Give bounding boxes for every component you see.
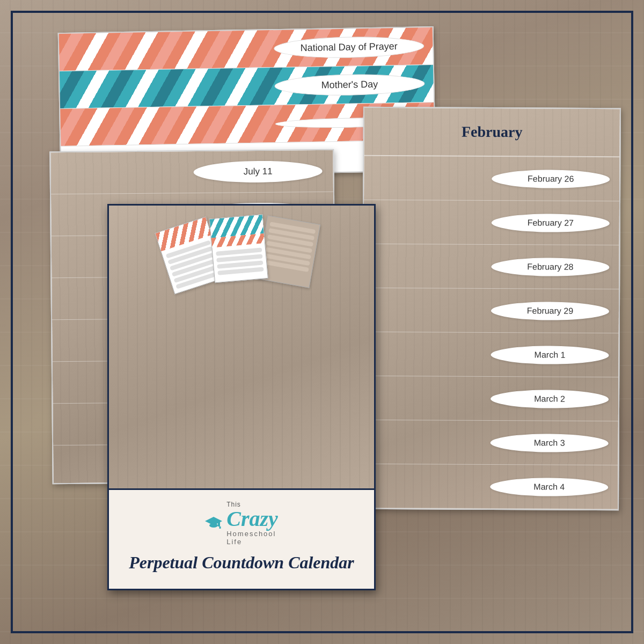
cover-card: This Crazy Homeschool Life Perpetual Cou… (107, 204, 376, 590)
date-row-feb26: February 26 (364, 156, 619, 201)
brand-homeschool-text: Homeschool (226, 530, 276, 538)
date-row-feb29: February 29 (363, 288, 619, 333)
date-mar4: March 4 (490, 477, 608, 496)
holiday-label-2: Mother's Day (274, 73, 425, 97)
date-feb27: February 27 (492, 214, 610, 232)
cover-bottom-section: This Crazy Homeschool Life Perpetual Cou… (109, 488, 374, 589)
holiday-row-1: National Day of Prayer (59, 27, 433, 71)
background: National Day of Prayer Mother's Day July… (0, 0, 644, 644)
brand-text-group: This Crazy Homeschool Life (226, 501, 278, 546)
dates-card: February February 26 February 27 Februar… (361, 107, 621, 511)
date-mar2: March 2 (491, 389, 609, 408)
mini-cards-preview (178, 222, 305, 286)
date-feb26: February 26 (492, 170, 610, 188)
holiday-label-1: National Day of Prayer (274, 35, 425, 59)
mini-card-3-lines (259, 216, 320, 277)
date-row-mar4: March 4 (362, 464, 618, 509)
date-mar3: March 3 (491, 433, 609, 452)
brand-crazy-text: Crazy (226, 508, 278, 530)
july-date-1: July 11 (193, 160, 322, 182)
date-mar1: March 1 (491, 345, 609, 364)
date-row-mar2: March 2 (363, 376, 618, 421)
july-date-row-1: July 11 (50, 150, 333, 195)
date-feb28: February 28 (491, 258, 609, 276)
date-row-mar3: March 3 (362, 420, 618, 465)
mini-card-2-lines (212, 243, 267, 280)
date-row-feb28: February 28 (363, 244, 619, 289)
brand-life-text: Life (226, 538, 242, 546)
svg-rect-1 (218, 521, 220, 526)
dates-card-header: February (364, 108, 619, 157)
holiday-row-2: Mother's Day (60, 65, 434, 109)
brand-logo: This Crazy Homeschool Life (205, 501, 278, 546)
graduation-cap-icon (205, 516, 222, 531)
dates-card-inner: February February 26 February 27 Februar… (362, 108, 620, 509)
date-row-mar1: March 1 (363, 332, 618, 377)
mini-card-2 (209, 214, 268, 283)
date-feb29: February 29 (491, 302, 609, 320)
cover-wood-section (109, 206, 374, 488)
cover-title: Perpetual Countdown Calendar (129, 552, 354, 573)
svg-point-2 (209, 523, 218, 528)
date-row-feb27: February 27 (364, 200, 619, 245)
